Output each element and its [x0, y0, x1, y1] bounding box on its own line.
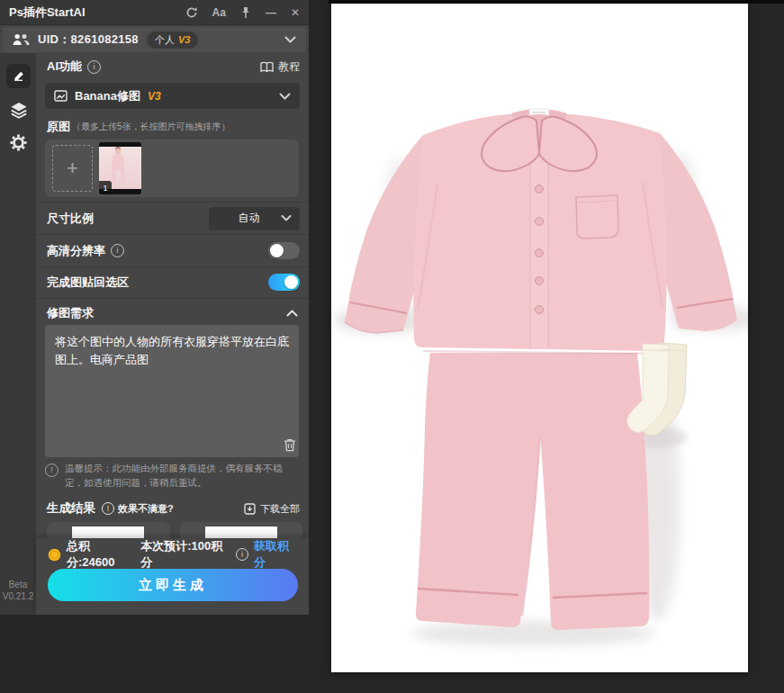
info-icon[interactable]: i: [111, 244, 124, 257]
minimize-icon[interactable]: —: [266, 6, 276, 19]
layers-icon: [10, 102, 28, 119]
chevron-up-icon[interactable]: [286, 310, 298, 317]
document-image[interactable]: [331, 4, 748, 672]
plus-icon: +: [67, 157, 78, 180]
account-row[interactable]: UID：8261082158 个人 V3: [3, 27, 306, 52]
tab-edit[interactable]: [6, 64, 31, 88]
tab-settings[interactable]: [6, 130, 31, 155]
source-title: 原图: [47, 119, 70, 135]
feedback-link[interactable]: ! 效果不满意?: [102, 502, 174, 516]
canvas-area[interactable]: [309, 0, 784, 693]
add-image-button[interactable]: +: [52, 145, 93, 192]
divider: [36, 298, 309, 299]
plugin-panel: Ps插件StartAI Aa — ✕ UID：8261082158 个人: [0, 0, 309, 615]
coin-icon: [48, 548, 61, 562]
pajama-flatlay-illustration: [331, 4, 748, 672]
uid-label: UID：8261082158: [38, 32, 139, 48]
close-icon[interactable]: ✕: [291, 6, 300, 19]
hd-label: 高清分辨率: [47, 243, 105, 259]
result-image: [72, 526, 144, 538]
plan-name: 个人: [155, 33, 175, 47]
image-edit-icon: [54, 90, 68, 102]
ratio-value: 自动: [217, 211, 281, 226]
upload-panel: + 1: [45, 140, 299, 197]
plan-version: V3: [178, 34, 190, 45]
divider: [36, 202, 309, 202]
get-credits-link[interactable]: 获取积分: [254, 538, 299, 571]
divider: [36, 266, 309, 267]
model-name: Banana修图: [75, 88, 140, 104]
tab-layers[interactable]: [6, 98, 31, 122]
hd-toggle[interactable]: [268, 242, 300, 259]
ratio-label: 尺寸比例: [47, 211, 94, 227]
refresh-icon[interactable]: [185, 6, 198, 19]
pencil-icon: [12, 69, 25, 83]
photoshop-plugin-window: Ps插件StartAI Aa — ✕ UID：8261082158 个人: [0, 0, 784, 693]
alert-icon: !: [102, 502, 114, 515]
prompt-textarea[interactable]: 将这个图中的人物的所有衣服穿搭平放在白底图上。电商产品图: [45, 325, 299, 457]
result-thumbnail[interactable]: [180, 522, 302, 538]
generate-button[interactable]: 立即生成: [48, 569, 298, 601]
panel-title: Ps插件StartAI: [9, 4, 86, 21]
version-label: Beta V0.21.2: [0, 579, 36, 602]
results-title: 生成结果: [47, 500, 95, 517]
download-icon: [244, 503, 256, 515]
bottom-bar: 总积分:24600 本次预计:100积分 i 获取积分 立即生成: [36, 538, 309, 615]
prompt-title: 修图需求: [47, 305, 94, 321]
paste-back-toggle[interactable]: [268, 274, 300, 291]
total-credits: 总积分:24600: [67, 538, 135, 571]
ratio-dropdown[interactable]: 自动: [209, 207, 300, 230]
service-notice: ! 温馨提示：此功能由外部服务商提供，偶有服务不稳定，如遇使用问题，请稍后重试。: [45, 462, 297, 490]
thumbnail-index-badge: 1: [99, 181, 112, 194]
users-icon: [13, 33, 30, 46]
divider: [36, 234, 309, 235]
plan-badge: 个人 V3: [147, 32, 198, 49]
chevron-down-icon: [279, 93, 291, 100]
toggle-knob: [270, 244, 284, 257]
estimate-credits: 本次预计:100积分: [140, 538, 230, 571]
panel-titlebar: Ps插件StartAI Aa — ✕: [0, 0, 309, 25]
chevron-down-icon[interactable]: [284, 36, 296, 43]
notice-text: 温馨提示：此功能由外部服务商提供，偶有服务不稳定，如遇使用问题，请稍后重试。: [65, 462, 297, 490]
toggle-knob: [284, 275, 298, 289]
gear-icon: [10, 134, 27, 151]
book-icon: [260, 61, 274, 73]
result-thumbnail[interactable]: [47, 522, 170, 538]
model-version: V3: [148, 90, 161, 103]
alert-icon: !: [45, 464, 59, 477]
info-icon[interactable]: i: [236, 548, 248, 561]
model-select-dropdown[interactable]: Banana修图 V3: [45, 83, 300, 109]
paste-back-label: 完成图贴回选区: [47, 274, 129, 291]
pin-icon[interactable]: [240, 6, 251, 19]
chevron-down-icon: [281, 215, 292, 221]
ai-section-title: AI功能: [47, 58, 82, 75]
uploaded-image-thumbnail[interactable]: 1: [99, 142, 141, 194]
tool-rail: Beta V0.21.2: [0, 53, 36, 615]
font-size-icon[interactable]: Aa: [212, 6, 226, 19]
info-icon[interactable]: i: [87, 60, 101, 74]
download-all-button[interactable]: 下载全部: [244, 502, 300, 516]
result-image: [205, 526, 277, 538]
tutorial-button[interactable]: 教程: [260, 59, 300, 75]
source-hint: （最多上传5张，长按图片可拖拽排序）: [72, 121, 230, 133]
